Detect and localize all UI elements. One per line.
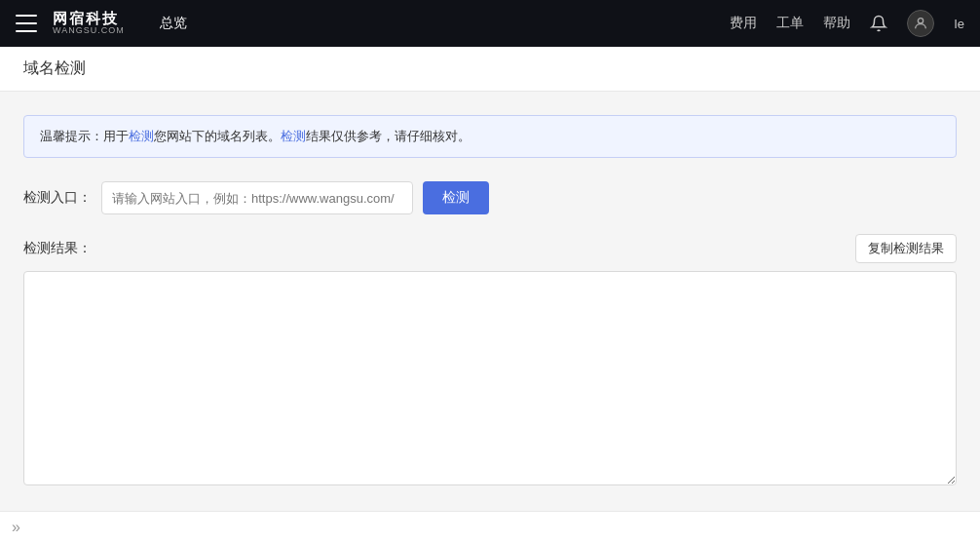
- header: 网宿科技 WANGSU.COM 总览 费用 工单 帮助 Ie: [0, 0, 980, 47]
- alert-box: 温馨提示：用于检测您网站下的域名列表。检测结果仅供参考，请仔细核对。: [23, 115, 957, 158]
- nav-help[interactable]: 帮助: [823, 15, 850, 32]
- url-input[interactable]: [101, 181, 413, 214]
- nav-cost[interactable]: 费用: [730, 15, 757, 32]
- main-content: 温馨提示：用于检测您网站下的域名列表。检测结果仅供参考，请仔细核对。 检测入口：…: [0, 92, 980, 512]
- sub-header: 域名检测: [0, 47, 980, 92]
- user-name[interactable]: Ie: [954, 17, 964, 31]
- avatar[interactable]: [907, 10, 934, 37]
- footer: »: [0, 511, 980, 512]
- header-left: 网宿科技 WANGSU.COM 总览: [16, 11, 187, 36]
- form-label: 检测入口：: [23, 189, 92, 207]
- page-title: 域名检测: [23, 59, 86, 76]
- detect-button[interactable]: 检测: [423, 181, 489, 214]
- alert-text-mid: 您网站下的域名列表。: [154, 129, 281, 143]
- svg-point-0: [918, 19, 923, 23]
- header-right: 费用 工单 帮助 Ie: [730, 10, 964, 37]
- logo-area: 网宿科技 WANGSU.COM: [53, 11, 125, 36]
- logo-text: 网宿科技: [53, 11, 125, 27]
- nav-overview[interactable]: 总览: [160, 15, 187, 32]
- logo-sub: WANGSU.COM: [53, 26, 125, 36]
- alert-text-prefix: 温馨提示：用于: [40, 129, 129, 143]
- alert-text-suffix: 结果仅供参考，请仔细核对。: [306, 129, 471, 143]
- nav-work-order[interactable]: 工单: [776, 15, 804, 32]
- result-label: 检测结果：: [23, 240, 92, 257]
- menu-icon[interactable]: [16, 15, 37, 32]
- result-row: 检测结果： 复制检测结果: [23, 234, 957, 263]
- form-row: 检测入口： 检测: [23, 181, 957, 214]
- bell-icon[interactable]: [870, 15, 887, 32]
- alert-highlight-1: 检测: [129, 129, 154, 143]
- result-textarea[interactable]: [23, 271, 957, 485]
- alert-highlight-2: 检测: [281, 129, 306, 143]
- copy-result-button[interactable]: 复制检测结果: [855, 234, 957, 263]
